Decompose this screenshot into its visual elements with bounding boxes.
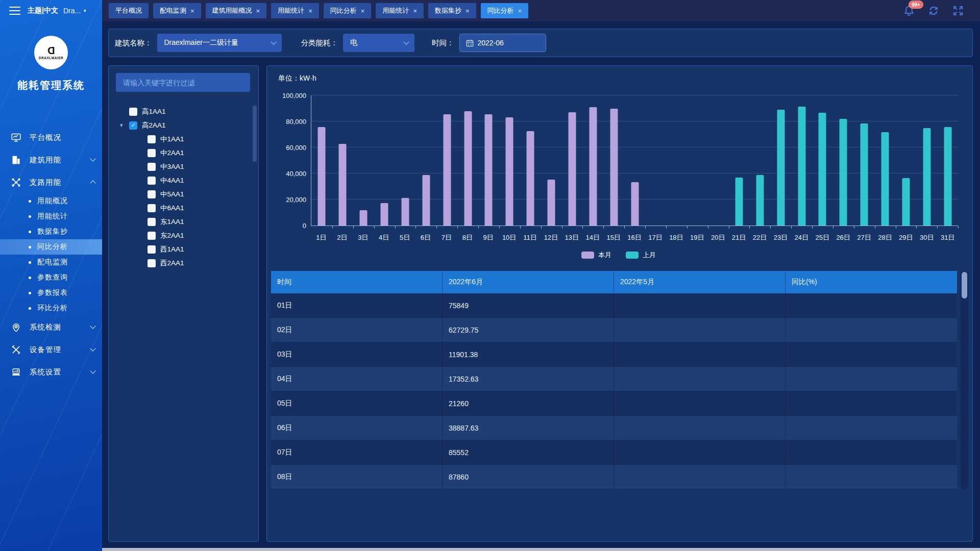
tree-item[interactable]: 中5AA1 xyxy=(109,187,256,201)
table-cell xyxy=(786,440,957,464)
chart-day-slot xyxy=(875,95,896,226)
fullscreen-icon[interactable] xyxy=(951,4,965,17)
tab-close-icon[interactable]: × xyxy=(308,8,312,14)
sidebar-subitem-yoy-analysis[interactable]: 同比分析 xyxy=(0,239,102,255)
sidebar-item-system-detection[interactable]: 系统检测 xyxy=(0,316,102,338)
tab-close-icon[interactable]: × xyxy=(256,8,260,14)
table-cell: 07日 xyxy=(271,440,443,464)
sidebar-subitem-power-monitoring[interactable]: 配电监测 xyxy=(0,255,102,270)
building-select[interactable]: Draexlmaier一二级计量 xyxy=(157,34,282,52)
tree-item-label: 东1AA1 xyxy=(160,217,184,227)
tab[interactable]: 配电监测× xyxy=(153,3,201,18)
tree-item[interactable]: 中6AA1 xyxy=(109,201,256,215)
chart-bar xyxy=(861,123,868,226)
tab-close-icon[interactable]: × xyxy=(190,8,194,14)
tree-checkbox[interactable] xyxy=(148,232,156,240)
chart-bar xyxy=(485,114,493,226)
sidebar-subitem-param-query[interactable]: 参数查询 xyxy=(0,270,102,285)
hamburger-menu-icon[interactable] xyxy=(9,7,20,15)
sidebar-subitem-data-collection[interactable]: 数据集抄 xyxy=(0,224,102,239)
y-axis-tick-label: 20,000 xyxy=(286,196,306,204)
tree-checkbox[interactable] xyxy=(148,163,156,171)
tree-checkbox[interactable] xyxy=(148,218,156,226)
table-row: 05日21260 xyxy=(271,391,957,416)
tree-item[interactable]: 西1AA1 xyxy=(109,242,256,256)
tree-item[interactable]: 中3AA1 xyxy=(109,160,256,173)
chart-bar xyxy=(881,132,889,226)
sidebar-menu: 平台概况建筑用能支路用能用能概况用能统计数据集抄同比分析配电监测参数查询参数报表… xyxy=(0,126,102,383)
tree-item[interactable]: 中2AA1 xyxy=(109,146,256,160)
sidebar-subitem-mom-analysis[interactable]: 环比分析 xyxy=(0,300,102,316)
tree-item[interactable]: ▾✓高2AA1 xyxy=(109,118,256,132)
table-scrollbar-thumb[interactable] xyxy=(962,272,967,298)
tab[interactable]: 用能统计× xyxy=(376,3,424,18)
sidebar-subitem-label: 用能统计 xyxy=(37,212,68,221)
tree-item[interactable]: 东2AA1 xyxy=(109,229,256,242)
tab[interactable]: 建筑用能概况× xyxy=(206,3,267,18)
tab-close-icon[interactable]: × xyxy=(413,8,417,14)
chart-day-slot xyxy=(645,95,666,226)
table-cell: 04日 xyxy=(271,367,443,391)
tab[interactable]: 数据集抄× xyxy=(428,3,476,18)
sidebar-item-building-energy[interactable]: 建筑用能 xyxy=(0,148,102,171)
tree-item[interactable]: 高1AA1 xyxy=(109,105,256,118)
energy-type-select[interactable]: 电 xyxy=(343,34,414,52)
tree-filter-input[interactable] xyxy=(116,73,250,92)
tree-checkbox[interactable] xyxy=(148,190,156,198)
check-icon: ✓ xyxy=(131,122,135,128)
tree-caret-icon[interactable]: ▾ xyxy=(120,122,129,129)
x-axis-tick-label: 7日 xyxy=(436,233,457,242)
tree-checkbox[interactable] xyxy=(148,259,156,267)
tree-scrollbar[interactable] xyxy=(253,106,257,162)
tree-item[interactable]: 西2AA1 xyxy=(109,256,256,270)
sidebar-item-branch-energy[interactable]: 支路用能 xyxy=(0,171,102,193)
notification-bell-icon[interactable]: 99+ xyxy=(902,4,916,17)
sidebar-subitem-energy-overview[interactable]: 用能概况 xyxy=(0,193,102,209)
refresh-icon[interactable] xyxy=(927,4,940,17)
y-axis-tick-label: 0 xyxy=(303,222,306,230)
tab-close-icon[interactable]: × xyxy=(518,8,522,14)
tree-checkbox[interactable] xyxy=(148,204,156,212)
tab-close-icon[interactable]: × xyxy=(465,8,470,14)
tree-checkbox[interactable] xyxy=(148,245,156,254)
tree-checkbox[interactable] xyxy=(148,149,156,157)
tab-label: 配电监测 xyxy=(160,6,186,15)
sidebar-subitem-param-report[interactable]: 参数报表 xyxy=(0,285,102,300)
legend-item[interactable]: 上月 xyxy=(626,251,656,260)
sidebar-item-platform-overview[interactable]: 平台概况 xyxy=(0,126,102,148)
chart-day-slot xyxy=(353,95,374,226)
table-header: 时间2022年6月2022年5月同比(%) xyxy=(271,271,957,293)
tab[interactable]: 平台概况 xyxy=(109,3,149,18)
x-axis-tick-label: 29日 xyxy=(895,233,916,242)
tab[interactable]: 同比分析× xyxy=(324,3,372,18)
tree-item[interactable]: 东1AA1 xyxy=(109,215,256,229)
tree-checkbox[interactable] xyxy=(129,108,137,116)
chart-bar xyxy=(923,128,930,226)
sidebar-item-device-management[interactable]: 设备管理 xyxy=(0,338,102,361)
chart-bar xyxy=(506,117,513,226)
table-scrollbar[interactable] xyxy=(961,271,968,489)
tab-close-icon[interactable]: × xyxy=(361,8,365,14)
tree-item[interactable]: 中4AA1 xyxy=(109,173,256,187)
theme-language-switch[interactable]: 主题|中文 xyxy=(28,6,58,15)
chart-day-slot xyxy=(478,95,499,226)
tree-checkbox[interactable] xyxy=(148,135,156,143)
horizontal-scrollbar[interactable] xyxy=(102,548,980,551)
x-axis-tick-label: 2日 xyxy=(332,233,353,242)
laptop-icon xyxy=(10,366,21,378)
tree-item-label: 中6AA1 xyxy=(160,204,184,213)
tab[interactable]: 用能统计× xyxy=(271,3,319,18)
tree-checkbox[interactable] xyxy=(148,177,156,185)
sidebar-subitem-energy-stats[interactable]: 用能统计 xyxy=(0,209,102,224)
sidebar-top-row: 主题|中文 Dra... ▼ xyxy=(0,0,102,21)
date-picker[interactable]: 2022-06 xyxy=(459,34,546,52)
tree-item[interactable]: 中1AA1 xyxy=(109,132,256,146)
app-title: 能耗管理系统 xyxy=(0,79,102,92)
legend-item[interactable]: 本月 xyxy=(581,251,611,260)
sidebar-item-system-settings[interactable]: 系统设置 xyxy=(0,361,102,383)
y-axis-tick-label: 40,000 xyxy=(286,170,306,178)
user-dropdown[interactable]: Dra... ▼ xyxy=(63,7,87,15)
tree-checkbox[interactable]: ✓ xyxy=(129,121,137,130)
energy-type-value: 电 xyxy=(350,38,357,47)
tab[interactable]: 同比分析× xyxy=(481,3,529,18)
